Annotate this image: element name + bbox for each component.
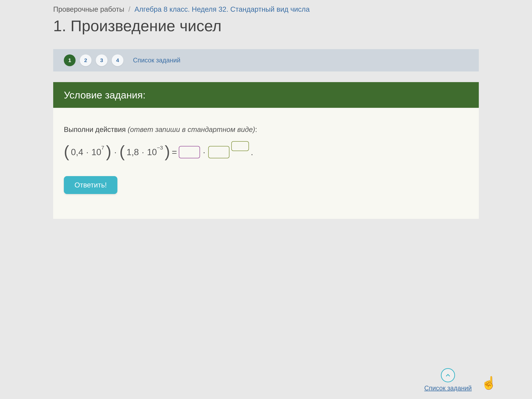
close-paren-1: )	[106, 144, 111, 159]
instruction-text: Выполни действия (ответ запиши в стандар…	[64, 126, 468, 133]
breadcrumb: Проверочные работы / Алгебра 8 класс. Не…	[53, 4, 479, 17]
task-content: Выполни действия (ответ запиши в стандар…	[53, 108, 479, 219]
instruction-plain: Выполни действия	[64, 126, 128, 133]
math-a-base: 10	[91, 147, 101, 157]
math-equals: =	[172, 147, 177, 157]
instruction-italic: (ответ запиши в стандартном виде)	[128, 126, 255, 133]
math-dot-3: ·	[142, 147, 144, 157]
open-paren-1: (	[64, 144, 69, 159]
task-nav-item-4[interactable]: 4	[112, 54, 123, 66]
task-nav-item-1[interactable]: 1	[64, 54, 76, 66]
answer-exponent-input[interactable]	[231, 141, 249, 151]
math-b-base: 10	[147, 147, 157, 157]
math-b-coef: 1,8	[127, 147, 139, 157]
breadcrumb-root[interactable]: Проверочные работы	[53, 5, 124, 13]
task-nav-item-3[interactable]: 3	[96, 54, 108, 66]
footer-task-list-link[interactable]: Список заданий	[424, 385, 472, 392]
footer-controls: Список заданий	[424, 368, 472, 392]
math-expression: ( 0,4 · 107 ) · ( 1,8 · 10−3 ) = · .	[64, 144, 468, 160]
task-nav: 1 2 3 4 Список заданий	[53, 49, 479, 71]
math-b-exp: −3	[157, 145, 163, 151]
math-a-exp: 7	[101, 145, 104, 151]
breadcrumb-current-link[interactable]: Алгебра 8 класс. Неделя 32. Стандартный …	[134, 5, 310, 13]
cursor-hand-icon: ☝	[481, 376, 497, 390]
task-nav-item-2[interactable]: 2	[80, 54, 91, 66]
answer-button[interactable]: Ответить!	[64, 176, 117, 194]
math-dot-1: ·	[86, 147, 89, 157]
breadcrumb-sep: /	[128, 5, 130, 13]
math-a-coef: 0,4	[71, 147, 83, 157]
answer-base-input[interactable]	[208, 146, 229, 158]
answer-coefficient-input[interactable]	[179, 146, 200, 158]
math-dot-2: ·	[114, 147, 117, 157]
chevron-up-icon	[445, 372, 451, 378]
math-dot-4: ·	[203, 147, 205, 157]
math-period: .	[251, 147, 253, 157]
task-nav-list-link[interactable]: Список заданий	[133, 57, 180, 64]
scroll-top-button[interactable]	[441, 368, 455, 382]
instruction-colon: :	[255, 126, 257, 133]
page-title: 1. Произведение чисел	[53, 17, 479, 35]
close-paren-2: )	[165, 144, 170, 159]
condition-header: Условие задания:	[53, 82, 479, 108]
open-paren-2: (	[120, 144, 125, 159]
